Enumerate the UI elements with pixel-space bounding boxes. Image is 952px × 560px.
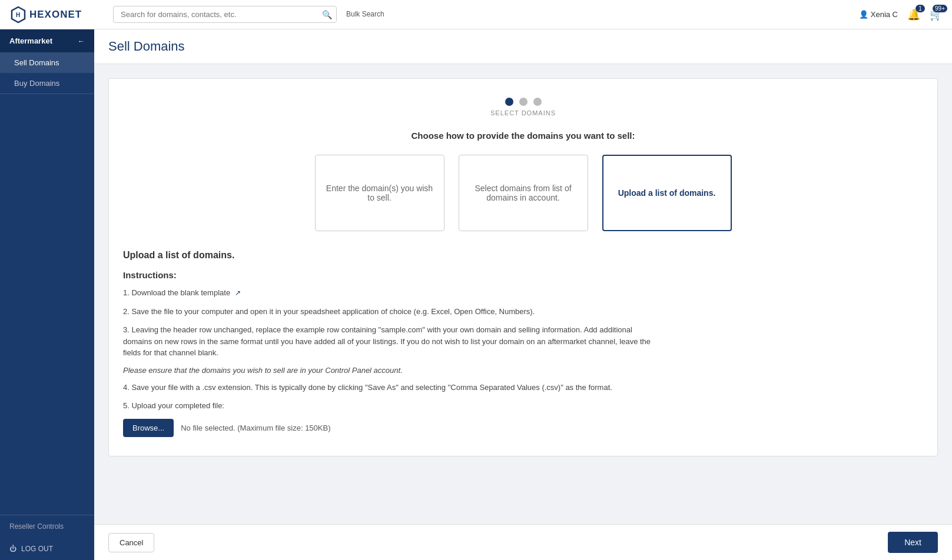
page-header: Sell Domains (94, 29, 952, 64)
sidebar-logout-button[interactable]: ⏻ LOG OUT (0, 538, 94, 560)
app-body: Aftermarket ← Sell Domains Buy Domains R… (0, 29, 952, 560)
option-card-enter-label: Enter the domain(s) you wish to sell. (325, 184, 434, 202)
stepper-label: SELECT DOMAINS (490, 109, 556, 116)
sidebar: Aftermarket ← Sell Domains Buy Domains R… (0, 29, 94, 560)
sidebar-bottom: Reseller Controls ⏻ LOG OUT (0, 515, 94, 560)
wizard-card: SELECT DOMAINS Choose how to provide the… (108, 78, 938, 456)
option-card-enter[interactable]: Enter the domain(s) you wish to sell. (315, 155, 445, 231)
search-bar[interactable]: 🔍 (113, 6, 337, 23)
stepper-dots (505, 98, 542, 106)
user-name: Xenia C (871, 10, 898, 19)
option-cards: Enter the domain(s) you wish to sell. Se… (123, 155, 923, 231)
option-card-upload[interactable]: Upload a list of domains. (602, 155, 732, 231)
aftermarket-label: Aftermarket (9, 36, 52, 45)
sidebar-section-aftermarket: Aftermarket ← Sell Domains Buy Domains (0, 29, 94, 94)
main-content: Sell Domains SELECT DOMAINS Choose how t… (94, 29, 952, 560)
instructions-heading: Instructions: (123, 270, 653, 280)
chevron-left-icon: ← (78, 37, 85, 45)
no-file-label: No file selected. (Maximum file size: 15… (181, 424, 330, 432)
external-link-icon: ↗ (235, 289, 241, 297)
step-dot-2 (519, 98, 528, 106)
option-card-select[interactable]: Select domains from list of domains in a… (459, 155, 588, 231)
logo-text: HEXONET (29, 9, 82, 21)
stepper: SELECT DOMAINS (123, 98, 923, 116)
instructions-section: Upload a list of domains. Instructions: … (123, 250, 653, 437)
cart-badge: 99+ (933, 5, 947, 12)
next-button[interactable]: Next (888, 532, 938, 553)
logo: H HEXONET (9, 6, 104, 24)
step-dot-3 (533, 98, 542, 106)
page-content: SELECT DOMAINS Choose how to provide the… (94, 64, 952, 524)
option-card-upload-label: Upload a list of domains. (618, 188, 716, 198)
cart-button[interactable]: 🛒 99+ (930, 8, 943, 21)
power-icon: ⏻ (9, 545, 16, 553)
section-title: Upload a list of domains. (123, 250, 653, 261)
sidebar-item-buy-domains[interactable]: Buy Domains (0, 73, 94, 94)
wizard-subtitle: Choose how to provide the domains you wa… (123, 131, 923, 141)
bulk-search-button[interactable]: Bulk Search (346, 10, 384, 18)
search-icon[interactable]: 🔍 (322, 10, 332, 19)
user-icon: 👤 (859, 10, 868, 19)
instruction-4: 4. Save your file with a .csv extension.… (123, 382, 653, 394)
step-dot-1 (505, 98, 513, 106)
instruction-3: 3. Leaving the header row unchanged, rep… (123, 324, 653, 359)
svg-text:H: H (16, 12, 21, 18)
instruction-2: 2. Save the file to your computer and op… (123, 306, 653, 318)
notifications-button[interactable]: 🔔 1 (907, 8, 920, 21)
cancel-button[interactable]: Cancel (108, 533, 154, 552)
notification-badge: 1 (915, 5, 925, 12)
user-menu[interactable]: 👤 Xenia C (859, 10, 898, 19)
header: H HEXONET 🔍 Bulk Search 👤 Xenia C 🔔 1 🛒 … (0, 0, 952, 29)
page-footer: Cancel Next (94, 524, 952, 560)
search-input[interactable] (113, 6, 337, 23)
italic-note: Please ensure that the domains you wish … (123, 366, 653, 375)
page-title: Sell Domains (108, 39, 938, 54)
logout-label: LOG OUT (21, 545, 53, 553)
instruction-5: 5. Upload your completed file: (123, 400, 653, 412)
instruction-1: 1. Download the blank template ↗ (123, 287, 653, 299)
sidebar-item-reseller-controls[interactable]: Reseller Controls (0, 515, 94, 538)
upload-row: Browse... No file selected. (Maximum fil… (123, 419, 653, 437)
option-card-select-label: Select domains from list of domains in a… (469, 184, 578, 202)
header-right: 👤 Xenia C 🔔 1 🛒 99+ (859, 8, 943, 21)
browse-button[interactable]: Browse... (123, 419, 174, 437)
sidebar-item-aftermarket[interactable]: Aftermarket ← (0, 29, 94, 52)
sidebar-item-sell-domains[interactable]: Sell Domains (0, 52, 94, 73)
